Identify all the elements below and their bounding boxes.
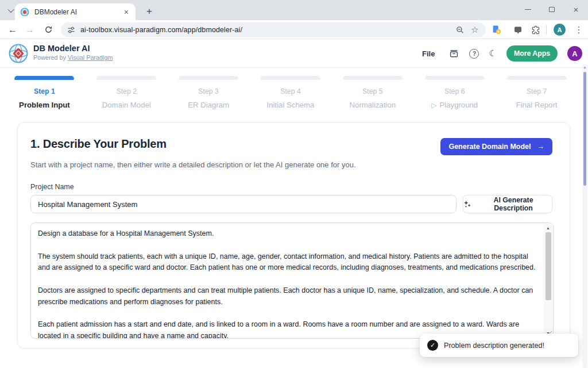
scrollbar-thumb[interactable] bbox=[546, 232, 551, 300]
page-scrollbar-thumb[interactable] bbox=[583, 72, 586, 186]
step-label: Final Report bbox=[496, 101, 578, 109]
user-avatar[interactable]: A bbox=[567, 46, 582, 61]
new-tab-button[interactable]: + bbox=[142, 5, 156, 18]
reload-icon bbox=[44, 25, 53, 34]
tab-step-4-initial-schema[interactable]: Step 4 Initial Schema bbox=[250, 76, 332, 109]
comment-extension-icon[interactable] bbox=[510, 20, 525, 39]
step-label: Initial Schema bbox=[250, 101, 332, 109]
favicon-icon bbox=[20, 7, 29, 17]
app-logo bbox=[8, 43, 29, 64]
problem-input-card: 1. Describe Your Problem Generate Domain… bbox=[17, 122, 570, 348]
header-actions: File ? ☾ More Apps A bbox=[419, 39, 582, 68]
app-window: DBModeler AI × + × ← → ai-toolbox.visual… bbox=[0, 0, 588, 368]
ai-generate-label: AI Generate Description bbox=[475, 196, 552, 212]
minimize-button[interactable] bbox=[516, 0, 540, 19]
maximize-icon bbox=[549, 7, 555, 12]
description-field-wrapper: Design a database for a Hospital Managem… bbox=[30, 223, 554, 339]
minimize-icon bbox=[525, 9, 531, 10]
close-button[interactable]: × bbox=[564, 0, 588, 19]
check-icon: ✓ bbox=[427, 340, 438, 351]
step-indicator bbox=[179, 76, 238, 80]
powered-by-text: Powered by bbox=[33, 54, 68, 61]
generate-button-label: Generate Domain Model bbox=[448, 143, 531, 151]
chevron-down-icon bbox=[7, 6, 14, 13]
step-indicator bbox=[261, 76, 320, 80]
close-icon: × bbox=[574, 5, 579, 14]
archive-icon[interactable] bbox=[448, 48, 459, 59]
tab-step-5-normalization[interactable]: Step 5 Normalization bbox=[331, 76, 413, 109]
toast-notification: ✓ Problem description generated! bbox=[420, 334, 578, 357]
help-icon[interactable]: ? bbox=[469, 49, 479, 59]
generate-domain-model-button[interactable]: Generate Domain Model → bbox=[440, 138, 552, 155]
more-apps-button[interactable]: More Apps bbox=[506, 45, 558, 62]
step-number: Step 5 bbox=[331, 87, 413, 95]
tab-close-icon[interactable]: × bbox=[122, 7, 130, 17]
window-controls: × bbox=[516, 0, 588, 19]
step-number: Step 7 bbox=[496, 87, 578, 95]
back-button[interactable]: ← bbox=[5, 20, 21, 39]
tab-step-2-domain-model[interactable]: Step 2 Domain Model bbox=[86, 76, 168, 109]
arrow-right-icon: → bbox=[537, 143, 545, 151]
bookmark-star-icon[interactable]: ☆ bbox=[467, 22, 482, 37]
page-title: 1. Describe Your Problem bbox=[30, 137, 167, 151]
tab-title: DBModeler AI bbox=[34, 8, 122, 16]
step-number: Step 4 bbox=[250, 87, 332, 95]
sparkles-icon bbox=[463, 200, 471, 208]
step-indicator bbox=[14, 76, 74, 80]
dark-mode-moon-icon[interactable]: ☾ bbox=[489, 48, 496, 59]
step-label: ER Diagram bbox=[168, 101, 250, 109]
step-number: Step 2 bbox=[86, 87, 168, 95]
maximize-button[interactable] bbox=[540, 0, 564, 19]
tab-step-6-playground[interactable]: Step 6 ▷Playground bbox=[413, 76, 496, 109]
app-header: DB Modeler AI Powered by Visual Paradigm… bbox=[0, 39, 588, 68]
file-menu[interactable]: File bbox=[419, 47, 438, 60]
browser-profile-avatar[interactable]: A bbox=[554, 24, 566, 36]
browser-tab[interactable]: DBModeler AI × bbox=[15, 3, 136, 20]
page-subtitle: Start with a project name, then either w… bbox=[30, 160, 552, 169]
visual-paradigm-link[interactable]: Visual Paradigm bbox=[68, 54, 113, 61]
browser-toolbar: ← → ai-toolbox.visual-paradigm.com/app/d… bbox=[0, 20, 588, 39]
step-label: ▷Playground bbox=[413, 101, 496, 109]
step-navigation: Step 1 Problem Input Step 2 Domain Model… bbox=[3, 76, 578, 109]
step-indicator bbox=[507, 76, 567, 80]
forward-button[interactable]: → bbox=[22, 20, 38, 39]
address-bar[interactable]: ai-toolbox.visual-paradigm.com/app/dbmod… bbox=[61, 22, 486, 37]
page-scrollbar[interactable]: ▲ bbox=[582, 64, 587, 368]
powered-by: Powered by Visual Paradigm bbox=[33, 54, 113, 61]
step-number: Step 1 bbox=[3, 87, 86, 95]
pinned-extension-icon-blue[interactable] bbox=[489, 20, 504, 39]
step-label: Domain Model bbox=[86, 101, 168, 109]
step-number: Step 6 bbox=[413, 87, 496, 95]
play-icon: ▷ bbox=[431, 101, 436, 109]
step-label: Normalization bbox=[331, 101, 413, 109]
step-label: Problem Input bbox=[3, 101, 86, 109]
step-indicator bbox=[343, 76, 403, 80]
project-name-input[interactable] bbox=[30, 195, 457, 213]
step-indicator bbox=[96, 76, 156, 80]
step-number: Step 3 bbox=[168, 87, 250, 95]
textarea-scrollbar[interactable]: ▲ ▼ bbox=[544, 224, 552, 338]
tab-step-1-problem-input[interactable]: Step 1 Problem Input bbox=[3, 76, 86, 109]
ai-generate-description-button[interactable]: AI Generate Description bbox=[463, 195, 552, 213]
site-settings-icon[interactable] bbox=[67, 26, 75, 34]
reload-button[interactable] bbox=[40, 20, 56, 39]
scroll-up-icon[interactable]: ▲ bbox=[582, 66, 587, 69]
app-title: DB Modeler AI bbox=[33, 44, 113, 53]
browser-tab-strip: DBModeler AI × + × bbox=[0, 0, 588, 20]
url-text[interactable]: ai-toolbox.visual-paradigm.com/app/dbmod… bbox=[80, 26, 242, 34]
extensions-puzzle-icon[interactable] bbox=[528, 20, 543, 39]
tab-step-3-er-diagram[interactable]: Step 3 ER Diagram bbox=[168, 76, 250, 109]
problem-description-textarea[interactable]: Design a database for a Hospital Managem… bbox=[31, 223, 553, 338]
zoom-icon[interactable] bbox=[452, 22, 467, 37]
brand-block: DB Modeler AI Powered by Visual Paradigm bbox=[33, 44, 113, 61]
project-name-label: Project Name bbox=[30, 183, 552, 191]
toast-message: Problem description generated! bbox=[444, 342, 544, 350]
toolbar-divider bbox=[546, 25, 547, 34]
scroll-up-icon[interactable]: ▲ bbox=[544, 226, 552, 230]
step-indicator bbox=[425, 76, 485, 80]
step-label-text: Playground bbox=[439, 101, 478, 109]
tab-step-7-final-report[interactable]: Step 7 Final Report bbox=[496, 76, 578, 109]
browser-menu-icon[interactable]: ⋮ bbox=[572, 20, 586, 39]
